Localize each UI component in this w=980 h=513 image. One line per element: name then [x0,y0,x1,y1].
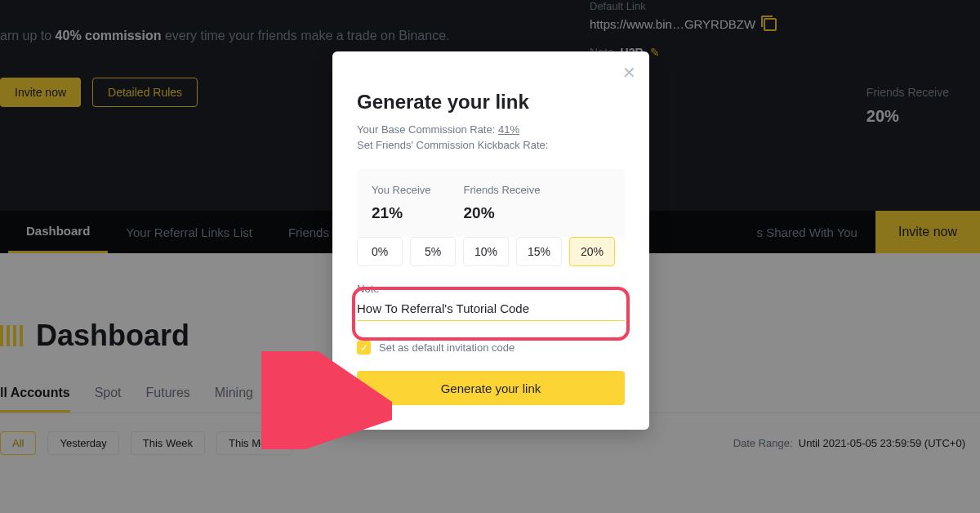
base-rate-line: Your Base Commission Rate: 41% [357,123,625,136]
friends-receive-value: 20% [464,204,541,222]
generate-link-button[interactable]: Generate your link [357,371,625,405]
close-icon[interactable]: ✕ [622,63,636,83]
base-rate-value[interactable]: 41% [498,123,519,136]
kickback-option-20[interactable]: 20% [569,237,615,266]
receive-box: You Receive 21% Friends Receive 20% [357,169,625,237]
note-input[interactable] [357,295,625,321]
default-code-row: ✓ Set as default invitation code [357,341,625,355]
friends-receive-col: Friends Receive 20% [464,184,541,222]
default-code-label: Set as default invitation code [379,341,514,354]
friends-receive-label: Friends Receive [464,184,541,196]
default-code-checkbox[interactable]: ✓ [357,341,371,355]
note-label: Note [357,283,625,295]
kickback-option-5[interactable]: 5% [410,237,456,266]
you-receive-col: You Receive 21% [372,184,431,222]
kickback-options-row: 0%5%10%15%20% [357,237,625,266]
modal-title: Generate your link [357,91,625,114]
kickback-option-0[interactable]: 0% [357,237,403,266]
generate-link-modal: ✕ Generate your link Your Base Commissio… [332,51,649,430]
you-receive-value: 21% [372,204,431,222]
you-receive-label: You Receive [372,184,431,196]
base-rate-prefix: Your Base Commission Rate: [357,123,498,136]
kickback-line: Set Friends' Commission Kickback Rate: [357,139,625,151]
kickback-option-10[interactable]: 10% [463,237,509,266]
kickback-option-15[interactable]: 15% [516,237,562,266]
